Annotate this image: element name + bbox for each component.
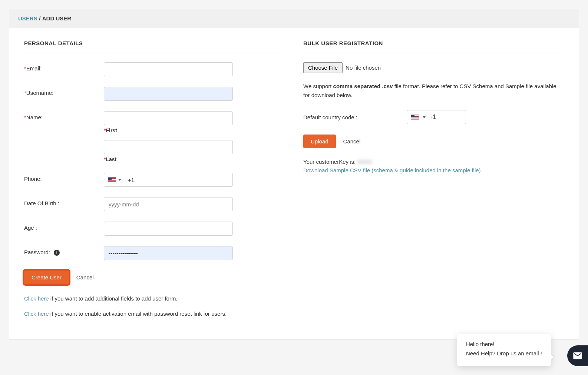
name-label: *Name: [24, 111, 104, 120]
dob-label: Date Of Birth : [24, 197, 104, 206]
breadcrumb: USERS / ADD USER [9, 9, 579, 28]
personal-details-title: PERSONAL DETAILS [24, 40, 285, 53]
phone-number-input[interactable] [134, 173, 232, 186]
bulk-cancel-button[interactable]: Cancel [343, 138, 361, 145]
upload-button[interactable]: Upload [303, 135, 336, 148]
cancel-button[interactable]: Cancel [76, 274, 94, 281]
us-flag-icon [411, 115, 419, 120]
last-name-sublabel: *Last [104, 156, 233, 162]
phone-input[interactable]: +1 [104, 173, 233, 187]
username-input[interactable] [104, 87, 233, 101]
download-sample-csv-link[interactable]: Download Sample CSV file (schema & guide… [303, 167, 481, 173]
age-input[interactable] [104, 222, 233, 236]
email-input[interactable] [104, 62, 233, 76]
file-status: No file chosen [346, 64, 381, 71]
bulk-registration-title: BULK USER REGISTRATION [303, 40, 564, 53]
country-code-value: +1 [429, 114, 436, 120]
customer-key: Your customerKey is: XXXX [303, 159, 564, 165]
bulk-registration-column: BULK USER REGISTRATION Choose File No fi… [303, 40, 564, 325]
choose-file-button[interactable]: Choose File [303, 62, 343, 73]
csv-support-text: We support comma separated .csv file for… [303, 82, 564, 100]
phone-code: +1 [125, 177, 134, 183]
dob-input[interactable] [104, 197, 233, 211]
chevron-down-icon [118, 179, 121, 181]
main-panel: PERSONAL DETAILS *Email: *Username: *Nam… [9, 28, 579, 340]
breadcrumb-separator: / [39, 15, 40, 21]
personal-details-column: PERSONAL DETAILS *Email: *Username: *Nam… [24, 40, 285, 325]
breadcrumb-current: ADD USER [42, 15, 71, 21]
last-name-input[interactable] [104, 140, 233, 154]
breadcrumb-users-link[interactable]: USERS [18, 15, 37, 21]
help-text-activation-email: Click here if you want to enable activat… [24, 310, 285, 318]
password-input[interactable] [104, 246, 233, 260]
username-label: *Username: [24, 87, 104, 96]
email-label: *Email: [24, 62, 104, 72]
additional-fields-link[interactable]: Click here [24, 295, 49, 302]
chevron-down-icon [423, 116, 426, 118]
first-name-input[interactable] [104, 111, 233, 125]
phone-label: Phone: [24, 173, 104, 182]
help-text-additional-fields: Click here if you want to add additional… [24, 295, 285, 303]
activation-email-link[interactable]: Click here [24, 311, 49, 317]
phone-country-dropdown[interactable] [104, 177, 125, 182]
country-code-dropdown[interactable]: +1 [407, 110, 466, 124]
create-user-button[interactable]: Create User [24, 271, 69, 284]
info-icon[interactable]: i [54, 250, 60, 256]
password-label: Password: i [24, 246, 104, 256]
country-code-label: Default country code : [303, 114, 398, 120]
first-name-sublabel: *First [104, 127, 233, 133]
us-flag-icon [108, 177, 116, 182]
chat-bubble: Hello there! Need Help? Drop us an email… [457, 334, 551, 340]
age-label: Age : [24, 222, 104, 231]
